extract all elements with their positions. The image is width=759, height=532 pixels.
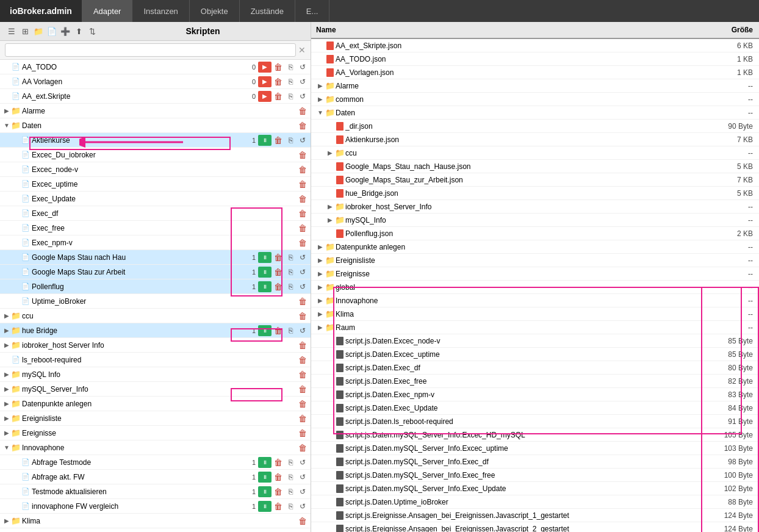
file-row[interactable]: _dir.json 90 Byte bbox=[311, 120, 759, 133]
delete-button[interactable]: 🗑 bbox=[297, 369, 308, 380]
pause-button[interactable]: ⏸ bbox=[258, 325, 272, 336]
tree-item[interactable]: 📄ls_reboot-required🗑 bbox=[0, 353, 311, 367]
delete-button[interactable]: 🗑 bbox=[297, 311, 308, 322]
delete-button[interactable]: 🗑 bbox=[297, 413, 308, 424]
tab-extra[interactable]: E... bbox=[295, 0, 330, 22]
file-row[interactable]: Google_Maps_Stau_zur_Arbeit.json 7 KB bbox=[311, 173, 759, 187]
delete-button[interactable]: 🗑 bbox=[273, 76, 284, 87]
file-row[interactable]: script.js.Daten.Exec_df 80 Byte bbox=[311, 361, 759, 375]
refresh-button[interactable]: ↺ bbox=[297, 501, 308, 512]
file-row[interactable]: ▶ 📁 Ereignisliste -- bbox=[311, 254, 759, 267]
add-icon[interactable]: ➕ bbox=[60, 26, 71, 37]
delete-button[interactable]: 🗑 bbox=[273, 62, 284, 73]
tree-item[interactable]: ▶📁hue Bridge1⏸🗑⎘↺ bbox=[0, 323, 311, 338]
tree-item[interactable]: 📄AA_TODO0▶🗑⎘↺ bbox=[0, 60, 311, 74]
file-row[interactable]: script.js.Daten.Exec_Update 84 Byte bbox=[311, 401, 759, 415]
delete-button[interactable]: 🗑 bbox=[297, 120, 308, 131]
file-toggle-icon[interactable]: ▶ bbox=[316, 270, 325, 277]
tree-item[interactable]: 📄Excec_Du_iobroker🗑 bbox=[0, 148, 311, 162]
tab-adapter[interactable]: Adapter bbox=[82, 0, 133, 22]
pause-button[interactable]: ⏸ bbox=[258, 501, 272, 512]
file-row[interactable]: script.js.Daten.mySQL_Server_Info.Exec_f… bbox=[311, 469, 759, 482]
file-row[interactable]: script.js.Ereignisse.Ansagen_bei_Ereigni… bbox=[311, 509, 759, 522]
refresh-button[interactable]: ↺ bbox=[297, 267, 308, 278]
file-row[interactable]: script.js.Daten.Exec_npm-v 83 Byte bbox=[311, 388, 759, 401]
file-toggle-icon[interactable]: ▶ bbox=[326, 149, 334, 156]
delete-button[interactable]: 🗑 bbox=[297, 106, 308, 117]
file-row[interactable]: ▼ 📁 Daten -- bbox=[311, 106, 759, 120]
delete-button[interactable]: 🗑 bbox=[273, 486, 284, 497]
file-row[interactable]: ▶ 📁 Datenpunkte anlegen -- bbox=[311, 240, 759, 254]
upload-icon[interactable]: ⬆ bbox=[73, 26, 84, 37]
tree-item[interactable]: 📄Google Maps Stau nach Hau1⏸🗑⎘↺ bbox=[0, 250, 311, 265]
tree-item[interactable]: ▶📁mySQL Info🗑 bbox=[0, 367, 311, 382]
delete-button[interactable]: 🗑 bbox=[273, 267, 284, 278]
file-row[interactable]: script.js.Daten.mySQL_Server_Info.Excec_… bbox=[311, 442, 759, 455]
file-row[interactable]: ▶ 📁 common -- bbox=[311, 93, 759, 106]
delete-button[interactable]: 🗑 bbox=[273, 135, 284, 146]
tab-instanzen[interactable]: Instanzen bbox=[132, 0, 189, 22]
delete-button[interactable]: 🗑 bbox=[297, 208, 308, 219]
tree-item[interactable]: 📄Uptime_ioBroker🗑 bbox=[0, 294, 311, 309]
refresh-button[interactable]: ↺ bbox=[297, 281, 308, 292]
file-row[interactable]: ▶ 📁 Alarme -- bbox=[311, 79, 759, 93]
pause-button[interactable]: ⏸ bbox=[258, 486, 272, 497]
delete-button[interactable]: 🗑 bbox=[273, 252, 284, 263]
file-row[interactable]: script.js.Daten.Excec_uptime 85 Byte bbox=[311, 348, 759, 361]
pause-button[interactable]: ⏸ bbox=[258, 252, 272, 263]
file-row[interactable]: script.js.Daten.ls_reboot-required 91 By… bbox=[311, 415, 759, 428]
copy-button[interactable]: ⎘ bbox=[285, 457, 296, 468]
refresh-button[interactable]: ↺ bbox=[297, 457, 308, 468]
tree-toggle-icon[interactable]: ▶ bbox=[2, 400, 11, 407]
refresh-button[interactable]: ↺ bbox=[297, 472, 308, 483]
tree-item[interactable]: ▶📁mySQL_Server_Info🗑 bbox=[0, 382, 311, 397]
file-row[interactable]: AA_Vorlagen.json 1 KB bbox=[311, 66, 759, 79]
file-row[interactable]: ▶ 📁 global -- bbox=[311, 281, 759, 294]
tree-item[interactable]: ▼📁Innovaphone🗑 bbox=[0, 440, 311, 455]
file-row[interactable]: ▶ 📁 Innovaphone -- bbox=[311, 294, 759, 307]
tab-objekte[interactable]: Objekte bbox=[190, 0, 240, 22]
search-input[interactable] bbox=[5, 43, 296, 57]
delete-button[interactable]: 🗑 bbox=[273, 281, 284, 292]
file-row[interactable]: script.js.Daten.mySQL_Server_Info.Exec_U… bbox=[311, 482, 759, 495]
file-toggle-icon[interactable]: ▼ bbox=[316, 109, 325, 116]
copy-button[interactable]: ⎘ bbox=[285, 135, 296, 146]
refresh-button[interactable]: ↺ bbox=[297, 325, 308, 336]
file-row[interactable]: Google_Maps_Stau_nach_Hause.json 5 KB bbox=[311, 160, 759, 173]
tab-zustaende[interactable]: Zustände bbox=[240, 0, 295, 22]
pause-button[interactable]: ⏸ bbox=[258, 135, 272, 146]
file-toggle-icon[interactable]: ▶ bbox=[326, 217, 334, 223]
refresh-button[interactable]: ↺ bbox=[297, 76, 308, 87]
delete-button[interactable]: 🗑 bbox=[273, 457, 284, 468]
tree-item[interactable]: 📄Testmode aktualisieren1⏸🗑⎘↺ bbox=[0, 484, 311, 499]
tree-item[interactable]: 📄AA_ext.Skripte0▶🗑⎘↺ bbox=[0, 89, 311, 104]
file-row[interactable]: script.js.Daten.Excec_node-v 85 Byte bbox=[311, 334, 759, 348]
tree-toggle-icon[interactable]: ▼ bbox=[2, 122, 11, 129]
file-row[interactable]: ▶ 📁 iobroker_host_Server_Info -- bbox=[311, 200, 759, 214]
file-row[interactable]: AA_TODO.json 1 KB bbox=[311, 52, 759, 66]
copy-button[interactable]: ⎘ bbox=[285, 486, 296, 497]
copy-button[interactable]: ⎘ bbox=[285, 472, 296, 483]
refresh-button[interactable]: ↺ bbox=[297, 486, 308, 497]
tree-item[interactable]: ▶📁ccu🗑 bbox=[0, 309, 311, 323]
file-new-icon[interactable]: 📄 bbox=[46, 26, 57, 37]
copy-button[interactable]: ⎘ bbox=[285, 91, 296, 102]
file-row[interactable]: ▶ 📁 Raum -- bbox=[311, 321, 759, 334]
delete-button[interactable]: 🗑 bbox=[297, 428, 308, 439]
copy-button[interactable]: ⎘ bbox=[285, 501, 296, 512]
tree-item[interactable]: 📄AA Vorlagen0▶🗑⎘↺ bbox=[0, 74, 311, 89]
copy-button[interactable]: ⎘ bbox=[285, 76, 296, 87]
delete-button[interactable]: 🗑 bbox=[297, 384, 308, 395]
refresh-button[interactable]: ↺ bbox=[297, 252, 308, 263]
tree-toggle-icon[interactable]: ▶ bbox=[2, 371, 11, 378]
tree-item[interactable]: 📄Google Maps Stau zur Arbeit1⏸🗑⎘↺ bbox=[0, 265, 311, 279]
delete-button[interactable]: 🗑 bbox=[297, 179, 308, 190]
tree-toggle-icon[interactable]: ▶ bbox=[2, 107, 11, 114]
tree-item[interactable]: 📄Aktienkurse1⏸🗑⎘↺ bbox=[0, 133, 311, 148]
file-row[interactable]: script.js.Daten.Exec_free 82 Byte bbox=[311, 375, 759, 388]
delete-button[interactable]: 🗑 bbox=[297, 354, 308, 365]
delete-button[interactable]: 🗑 bbox=[297, 516, 308, 527]
search-clear-icon[interactable]: ✕ bbox=[298, 45, 306, 55]
pause-button[interactable]: ⏸ bbox=[258, 457, 272, 468]
tree-toggle-icon[interactable]: ▶ bbox=[2, 327, 11, 334]
